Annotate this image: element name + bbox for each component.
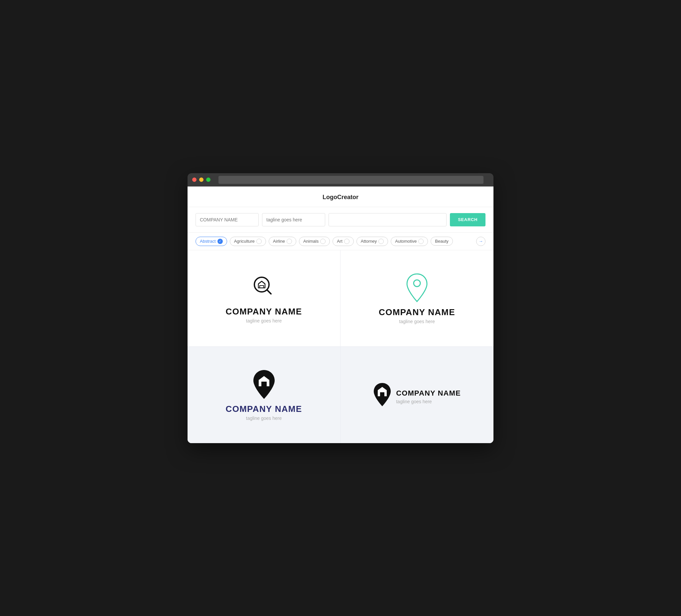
category-automotive-label: Automotive bbox=[395, 239, 417, 244]
minimize-button[interactable] bbox=[199, 178, 203, 182]
logo-grid: COMPANY NAME tagline goes here COMPANY N… bbox=[187, 250, 494, 443]
logo2-company: COMPANY NAME bbox=[379, 307, 455, 317]
attorney-check-icon bbox=[378, 239, 384, 244]
category-agriculture[interactable]: Agriculture bbox=[230, 237, 266, 246]
svg-point-3 bbox=[414, 280, 420, 287]
category-beauty[interactable]: Beauty bbox=[431, 237, 453, 246]
category-art[interactable]: Art bbox=[332, 237, 354, 246]
category-animals[interactable]: Animals bbox=[299, 237, 330, 246]
logo2-tagline: tagline goes here bbox=[399, 319, 435, 324]
close-button[interactable] bbox=[192, 178, 197, 182]
agriculture-check-icon bbox=[256, 239, 262, 244]
svg-rect-7 bbox=[380, 392, 384, 396]
logo3-icon bbox=[252, 369, 276, 401]
category-automotive[interactable]: Automotive bbox=[391, 237, 428, 246]
logo3-tagline: tagline goes here bbox=[246, 415, 282, 421]
category-bar: Abstract ✓ Agriculture Airline Animals A… bbox=[187, 233, 494, 250]
logo4-company: COMPANY NAME bbox=[396, 389, 461, 397]
logo-card-4[interactable]: COMPANY NAME tagline goes here bbox=[340, 347, 494, 443]
logo-card-3[interactable]: COMPANY NAME tagline goes here bbox=[187, 347, 340, 443]
automotive-check-icon bbox=[418, 239, 424, 244]
extra-input[interactable] bbox=[329, 213, 447, 226]
logo1-icon bbox=[249, 273, 279, 303]
category-abstract[interactable]: Abstract ✓ bbox=[196, 237, 227, 246]
category-abstract-label: Abstract bbox=[200, 239, 216, 244]
company-name-input[interactable] bbox=[196, 213, 259, 226]
category-attorney[interactable]: Attorney bbox=[356, 237, 388, 246]
airline-check-icon bbox=[287, 239, 292, 244]
art-check-icon bbox=[344, 239, 350, 244]
category-attorney-label: Attorney bbox=[361, 239, 377, 244]
logo1-tagline: tagline goes here bbox=[246, 318, 282, 324]
address-bar[interactable] bbox=[219, 176, 483, 184]
logo4-tagline: tagline goes here bbox=[396, 399, 461, 404]
logo2-icon bbox=[405, 272, 429, 304]
search-bar: SEARCH bbox=[187, 207, 494, 233]
search-button[interactable]: SEARCH bbox=[450, 213, 485, 226]
category-art-label: Art bbox=[337, 239, 343, 244]
logo3-company: COMPANY NAME bbox=[226, 404, 302, 414]
categories-next-button[interactable]: → bbox=[476, 237, 485, 246]
titlebar bbox=[187, 173, 494, 186]
maximize-button[interactable] bbox=[206, 178, 210, 182]
logo4-text-block: COMPANY NAME tagline goes here bbox=[396, 386, 461, 404]
logo4-layout: COMPANY NAME tagline goes here bbox=[373, 382, 461, 407]
category-agriculture-label: Agriculture bbox=[234, 239, 255, 244]
category-airline[interactable]: Airline bbox=[269, 237, 296, 246]
category-animals-label: Animals bbox=[303, 239, 319, 244]
category-beauty-label: Beauty bbox=[435, 239, 448, 244]
app-title: LogoCreator bbox=[323, 194, 358, 201]
logo4-icon bbox=[373, 382, 392, 407]
app-header: LogoCreator bbox=[187, 186, 494, 207]
svg-line-1 bbox=[267, 290, 271, 294]
abstract-check-icon: ✓ bbox=[218, 239, 223, 244]
svg-rect-5 bbox=[261, 382, 267, 386]
tagline-input[interactable] bbox=[262, 213, 325, 226]
logo-card-2[interactable]: COMPANY NAME tagline goes here bbox=[340, 250, 494, 347]
logo1-company: COMPANY NAME bbox=[226, 307, 302, 317]
browser-window: LogoCreator SEARCH Abstract ✓ Agricultur… bbox=[187, 173, 494, 443]
category-airline-label: Airline bbox=[273, 239, 285, 244]
logo-card-1[interactable]: COMPANY NAME tagline goes here bbox=[187, 250, 340, 347]
browser-content: LogoCreator SEARCH Abstract ✓ Agricultur… bbox=[187, 186, 494, 443]
animals-check-icon bbox=[320, 239, 326, 244]
